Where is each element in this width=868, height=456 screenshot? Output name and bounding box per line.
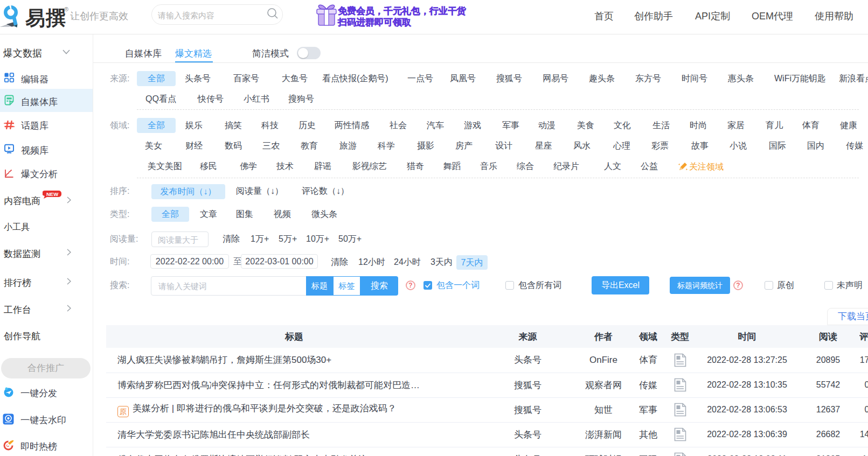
- svg-text:免费会员，千元礼包，行业干货: 免费会员，千元礼包，行业干货: [338, 6, 466, 16]
- svg-text:NEW: NEW: [46, 191, 58, 197]
- svg-text:扫码进群即可领取: 扫码进群即可领取: [337, 17, 412, 27]
